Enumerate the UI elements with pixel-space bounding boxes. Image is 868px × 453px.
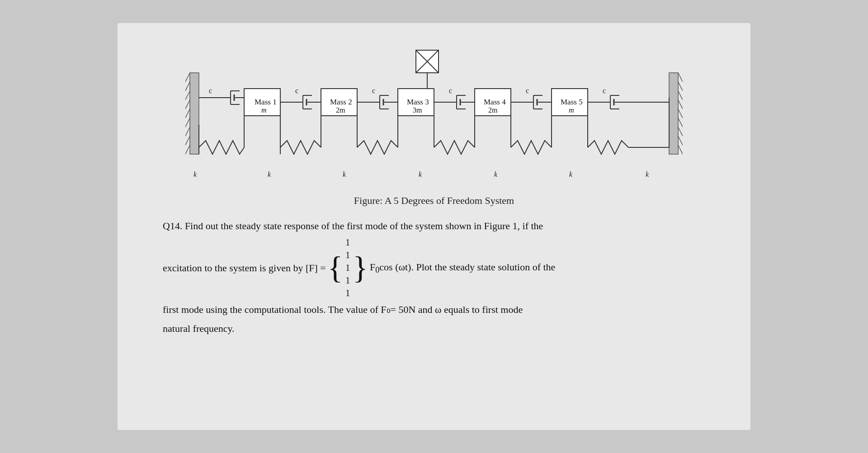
diagram-area: c Mass 1 m k c	[154, 46, 714, 186]
main-page: c Mass 1 m k c	[118, 23, 750, 430]
last-line-1: first mode using the computational tools…	[163, 301, 705, 318]
svg-text:c: c	[209, 87, 212, 94]
vec-3: 1	[345, 261, 350, 274]
svg-text:c: c	[372, 87, 375, 94]
svg-line-6	[185, 118, 190, 127]
svg-text:c: c	[295, 87, 298, 94]
svg-rect-0	[190, 73, 199, 154]
svg-text:m: m	[261, 106, 267, 114]
svg-line-16	[678, 118, 683, 127]
svg-line-13	[678, 91, 683, 100]
svg-text:c: c	[603, 87, 606, 94]
svg-text:Mass 4: Mass 4	[484, 98, 506, 106]
left-brace: {	[328, 254, 343, 282]
svg-text:k: k	[343, 170, 346, 178]
svg-text:2m: 2m	[336, 106, 345, 114]
svg-line-7	[185, 127, 190, 136]
svg-text:k: k	[419, 170, 422, 178]
vec-1: 1	[345, 236, 350, 249]
svg-line-4	[185, 100, 190, 109]
vec-2: 1	[345, 249, 350, 261]
vec-4: 1	[345, 274, 350, 287]
q14-line: Q14. Find out the steady state response …	[163, 217, 705, 234]
svg-line-11	[678, 73, 683, 82]
svg-text:m: m	[569, 106, 574, 114]
svg-line-2	[185, 82, 190, 91]
excitation-prefix: excitation to the system is given by [F]…	[163, 260, 326, 276]
vector-entries: 1 1 1 1 1	[343, 236, 353, 299]
right-brace: }	[353, 254, 368, 282]
svg-text:k: k	[268, 170, 271, 178]
svg-text:Mass 2: Mass 2	[330, 98, 352, 106]
svg-line-8	[185, 136, 190, 145]
svg-text:k: k	[494, 170, 498, 178]
svg-line-17	[678, 127, 683, 136]
excitation-suffix: F0cos (ωt). Plot the steady state soluti…	[370, 259, 555, 278]
svg-text:c: c	[449, 87, 452, 94]
svg-rect-10	[669, 73, 678, 154]
svg-text:k: k	[569, 170, 573, 178]
svg-line-9	[185, 145, 190, 154]
svg-line-3	[185, 91, 190, 100]
excitation-line: excitation to the system is given by [F]…	[163, 236, 705, 299]
svg-line-18	[678, 136, 683, 145]
vec-5: 1	[345, 287, 350, 299]
svg-text:k: k	[193, 170, 197, 178]
svg-line-15	[678, 109, 683, 118]
mechanical-diagram: c Mass 1 m k c	[185, 46, 683, 186]
svg-text:2m: 2m	[488, 106, 498, 114]
svg-text:Mass 1: Mass 1	[255, 98, 277, 106]
last-line-2: natural frequency.	[163, 320, 705, 337]
svg-line-19	[678, 145, 683, 154]
svg-text:k: k	[646, 170, 649, 178]
svg-line-14	[678, 100, 683, 109]
svg-text:Mass 5: Mass 5	[561, 98, 583, 106]
svg-line-5	[185, 109, 190, 118]
svg-text:c: c	[526, 87, 529, 94]
figure-caption: Figure: A 5 Degrees of Freedom System	[354, 195, 514, 207]
question-block: Q14. Find out the steady state response …	[154, 217, 714, 337]
svg-text:3m: 3m	[413, 106, 422, 114]
svg-line-12	[678, 82, 683, 91]
svg-line-1	[185, 73, 190, 82]
svg-text:Mass 3: Mass 3	[407, 98, 429, 106]
